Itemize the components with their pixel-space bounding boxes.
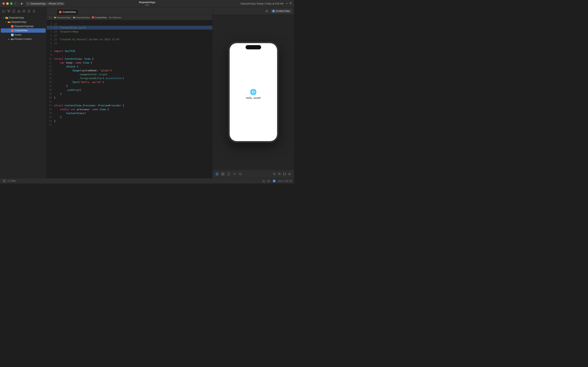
sidebar-bookmark-icon[interactable] [12,9,16,13]
svg-rect-36 [221,174,223,175]
tab-contentview[interactable]: S ContentView [57,9,78,15]
line-num-11: 11 [47,61,54,64]
breadcrumb: + StopwatchApp › StopwatchApp › ContentV… [47,15,212,20]
sidebar-item-folder[interactable]: ▼ StopwatchApp [1,20,46,24]
breadcrumb-folder[interactable]: StopwatchApp [73,16,90,19]
preview-live-icon[interactable] [215,172,219,176]
sidebar-debug-icon[interactable] [27,9,31,13]
line-content-7 [54,46,56,49]
svg-point-53 [8,180,9,182]
editor-related-files-icon[interactable]: + [49,16,52,19]
contentview-label: ContentView [14,29,28,32]
add-tab-icon[interactable]: + [286,1,288,6]
line-num-19: 19 [47,92,54,95]
sidebar-warning-icon[interactable] [17,9,21,13]
line-content-5: // Created by Russell Gordon on 2022-11-… [54,38,121,41]
svg-line-42 [241,175,242,175]
line-content-14: .imageScale(.large) [54,73,107,76]
preview-label: Content View [276,10,290,12]
svg-rect-12 [28,10,30,12]
minimize-button[interactable] [6,2,9,5]
tab-label: ContentView [63,11,76,13]
progress-indicator [273,180,276,182]
line-num-27: 27 [47,124,54,126]
zoom-reset-button[interactable]: 1x [287,172,292,176]
code-line-6: 6 // [47,41,212,45]
sidebar-item-contentview[interactable]: ▶ S ContentView [1,28,46,33]
preview-grid-icon[interactable] [221,172,225,176]
status-bar-left: + Filter [2,179,16,183]
maximize-button[interactable] [10,2,13,5]
scheme-selector[interactable]: StopwatchApp › iPhone 14 Pro [25,2,65,6]
svg-point-5 [9,10,10,11]
sidebar: ▼ StopwatchApp ▼ StopwatchApp ▶ S [0,7,47,178]
tab-forward-button[interactable]: › [52,12,55,15]
svg-line-54 [9,181,10,182]
add-file-button[interactable]: + [2,179,6,183]
sidebar-vcs-icon[interactable] [7,9,11,13]
titlebar-right-icons: + ⊞ [286,1,292,6]
status-progress-area [273,180,276,182]
line-num-7: 7 [47,46,54,48]
tab-back-button[interactable]: ‹ [48,12,51,15]
sidebar-item-preview-content[interactable]: ▶ Preview Content [1,37,46,41]
play-button[interactable] [20,2,24,5]
code-line-12: 12 VStack { [47,65,212,68]
preview-content-view-button[interactable]: P Content View [270,9,292,13]
code-line-11: 11 var body: some View { [47,61,212,65]
sidebar-item-assets[interactable]: ▶ A Assets [1,33,46,37]
phone-frame: 🌐 Hello, world! [228,42,279,143]
scheme-app-name: StopwatchApp [31,2,45,5]
line-num-5: 5 [47,38,54,41]
code-line-25: 25 } [47,115,212,119]
sidebar-tree: ▼ StopwatchApp ▼ StopwatchApp ▶ S [0,15,46,178]
traffic-lights [2,2,13,5]
swift-file-icon-2: S [11,29,14,32]
line-num-21: 21 [47,100,54,103]
line-num-1: 1 [47,22,54,25]
editor-pane: ‹ › S ContentView + StopwatchApp › [47,7,212,178]
code-editor[interactable]: 1 // 2 // ContentView.swift 3 // Stopwat… [47,20,212,178]
sidebar-device-icon[interactable] [32,9,36,13]
svg-point-39 [228,175,229,175]
sidebar-item-app-swift[interactable]: ▶ S StopwatchAppApp [1,24,46,28]
warning-status-icon[interactable] [262,179,265,183]
breadcrumb-file[interactable]: ContentView [92,16,107,19]
preview-pin-icon[interactable] [265,9,269,13]
sidebar-toggle-button[interactable] [15,2,18,5]
app-swift-label: StopwatchAppApp [14,25,34,28]
code-line-24: 24 ContentView() [47,111,212,115]
project-label: StopwatchApp [9,16,24,19]
breadcrumb-project[interactable]: StopwatchApp [54,16,71,19]
svg-point-33 [216,173,218,175]
line-content-6: // [54,42,57,45]
svg-rect-0 [15,2,18,5]
error-status-icon[interactable]: ✗ [267,179,270,183]
zoom-in-button[interactable] [277,172,282,176]
breadcrumb-swift-icon [92,16,94,18]
line-num-12: 12 [47,65,54,68]
sidebar-test-icon[interactable] [22,9,26,13]
line-num-26: 26 [47,120,54,122]
line-content-4: // [54,34,57,37]
code-line-9: 9 [47,53,212,57]
zoom-out-button[interactable] [272,172,277,176]
breadcrumb-sep: › [47,2,47,5]
line-content-10: struct ContentView: View { [54,57,94,60]
svg-rect-35 [223,173,224,174]
line-content-17: } [54,84,68,87]
tabs-bar: ‹ › S ContentView [47,7,212,15]
close-button[interactable] [2,2,5,5]
split-view-icon[interactable]: ⊞ [289,1,292,6]
breadcrumb-selection[interactable]: No Selection [109,16,121,19]
titlebar-center: StopwatchApp main [139,1,155,6]
svg-rect-3 [27,3,29,5]
preview-content-label: Preview Content [14,38,32,41]
zoom-fit-button[interactable] [282,172,287,176]
preview-inspect-icon[interactable] [238,172,243,176]
sidebar-item-project[interactable]: ▼ StopwatchApp [1,16,46,20]
sidebar-folder-icon[interactable] [1,9,6,13]
preview-device-icon[interactable] [227,172,231,176]
preview-settings-icon[interactable] [232,172,237,176]
line-content-12: VStack { [54,65,78,68]
